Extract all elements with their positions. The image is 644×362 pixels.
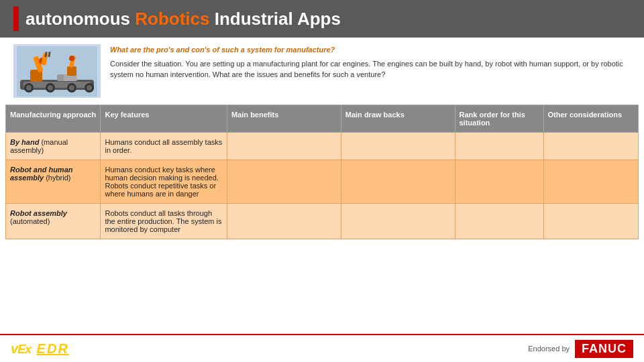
svg-point-6 [48,85,53,90]
intro-text-block: What are the pro's and con's of such a s… [110,44,631,98]
svg-point-10 [87,85,92,90]
intro-question: What are the pro's and con's of such a s… [110,44,631,56]
row2-drawbacks [341,160,455,204]
vex-logo-v: v [11,341,17,356]
row3-other [543,204,638,239]
row3-rank [455,204,543,239]
table-row: By hand (manual assembly) Humans conduct… [6,133,639,160]
svg-point-8 [69,85,74,90]
table-row: Robot and human assembly (hybrid) Humans… [6,160,639,204]
fanuc-brand: FANUC [575,340,633,358]
svg-point-21 [69,56,74,61]
row1-benefits [227,133,341,160]
robot-illustration [17,46,97,97]
row1-rank [455,133,543,160]
col-header-approach: Manufacturing approach [6,105,101,133]
intro-body: Consider the situation. You are setting … [110,58,631,80]
row3-approach: Robot assembly (automated) [6,204,101,239]
intro-section: What are the pro's and con's of such a s… [0,38,644,105]
vex-logo-ex: E [17,343,25,356]
title-robotics: Robotics [135,9,209,29]
table-row: Robot assembly (automated) Robots conduc… [6,204,639,239]
row2-features: Humans conduct key tasks where human dec… [101,160,227,204]
row2-other [543,160,638,204]
accent-bar [13,7,19,31]
row3-drawbacks [341,204,455,239]
page-footer: vEx EDR Endorsed by FANUC [0,334,644,362]
title-autonomous: autonomous [25,9,135,29]
col-header-rank: Rank order for this situation [455,105,543,133]
edr-logo: EDR [37,341,69,356]
row2-rank [455,160,543,204]
col-header-drawbacks: Main draw backs [341,105,455,133]
row1-features: Humans conduct all assembly tasks in ord… [101,133,227,160]
col-header-features: Key features [101,105,227,133]
svg-rect-19 [67,66,76,76]
row1-other [543,133,638,160]
row1-drawbacks [341,133,455,160]
main-table: Manufacturing approach Key features Main… [5,105,639,239]
row1-approach: By hand (manual assembly) [6,133,101,160]
title-industrial: Industrial Apps [209,9,341,29]
row2-approach: Robot and human assembly (hybrid) [6,160,101,204]
svg-rect-2 [23,82,91,88]
svg-point-4 [26,85,32,90]
page-title: autonomous Robotics Industrial Apps [25,9,341,29]
row2-benefits [227,160,341,204]
row3-features: Robots conduct all tasks through the ent… [101,204,227,239]
main-table-wrapper: Manufacturing approach Key features Main… [0,105,644,239]
endorsed-label: Endorsed by [528,345,570,353]
robot-image [13,44,101,98]
page-header: autonomous Robotics Industrial Apps [0,0,644,38]
vex-logo-x: x [25,343,31,356]
vex-logo: vEx EDR [11,341,69,357]
table-header-row: Manufacturing approach Key features Main… [6,105,639,133]
col-header-benefits: Main benefits [227,105,341,133]
row3-benefits [227,204,341,239]
col-header-other: Other considerations [543,105,638,133]
